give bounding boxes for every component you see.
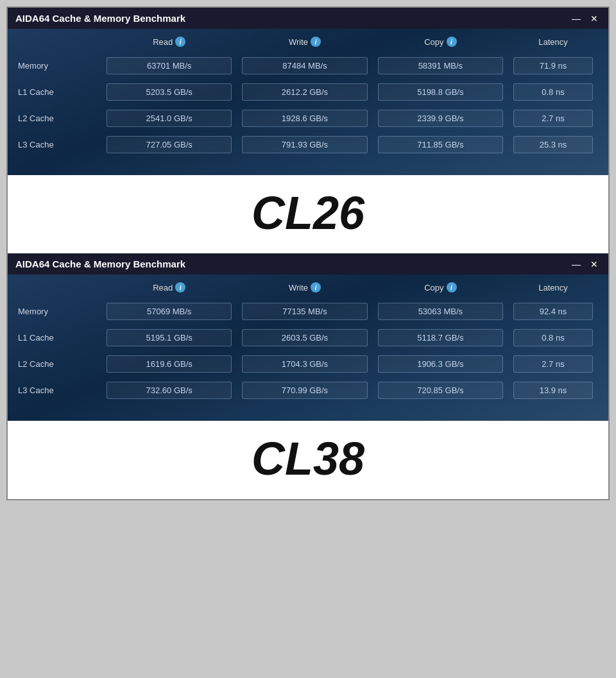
outer-wrapper: AIDA64 Cache & Memory Benchmark — ✕ Read… (6, 6, 610, 500)
header-write-2: Write i (237, 282, 372, 292)
cl-label-section-1: CL26 (8, 175, 608, 253)
read-value-l3-2: 732.60 GB/s (107, 382, 232, 399)
row-label-l1-2: L1 Cache (18, 333, 101, 343)
copy-value-l1-2: 5118.7 GB/s (378, 329, 503, 346)
write-value-memory-2: 77135 MB/s (242, 303, 367, 320)
read-value-l3-1: 727.05 GB/s (107, 136, 232, 153)
copy-value-memory-1: 58391 MB/s (378, 57, 503, 74)
aida-window-2: AIDA64 Cache & Memory Benchmark — ✕ Read… (8, 253, 608, 421)
latency-value-memory-2: 92.4 ns (513, 303, 593, 320)
row-label-l2-2: L2 Cache (18, 359, 101, 369)
title-bar-2: AIDA64 Cache & Memory Benchmark — ✕ (8, 253, 608, 275)
write-value-l1-2: 2603.5 GB/s (242, 329, 367, 346)
latency-value-l2-2: 2.7 ns (513, 355, 593, 373)
close-button-2[interactable]: ✕ (588, 259, 601, 269)
copy-info-icon-2[interactable]: i (447, 282, 457, 292)
read-value-l1-2: 5195.1 GB/s (107, 329, 232, 346)
title-bar-controls-2: — ✕ (570, 259, 601, 269)
write-value-l2-2: 1704.3 GB/s (242, 355, 367, 373)
aida-window-1: AIDA64 Cache & Memory Benchmark — ✕ Read… (8, 8, 608, 175)
write-info-icon-1[interactable]: i (311, 37, 321, 47)
title-bar-controls-1: — ✕ (570, 13, 601, 24)
latency-value-memory-1: 71.9 ns (513, 57, 593, 74)
write-info-icon-2[interactable]: i (311, 282, 321, 292)
copy-value-l3-2: 720.85 GB/s (378, 382, 503, 399)
header-empty-2 (18, 282, 101, 292)
read-value-l1-1: 5203.5 GB/s (107, 83, 232, 101)
copy-label-2: Copy (424, 283, 443, 292)
row-memory-2: Memory 57069 MB/s 77135 MB/s 53063 MB/s … (18, 303, 598, 320)
minimize-button-2[interactable]: — (570, 259, 583, 269)
read-value-memory-1: 63701 MB/s (107, 57, 232, 74)
row-label-memory-2: Memory (18, 307, 101, 316)
read-value-l2-2: 1619.6 GB/s (107, 355, 232, 373)
header-empty-1 (18, 37, 101, 47)
cl26-label: CL26 (252, 187, 364, 239)
write-value-l1-1: 2612.2 GB/s (242, 83, 367, 101)
latency-label-1: Latency (538, 37, 568, 47)
header-latency-1: Latency (508, 37, 598, 47)
row-l2-1: L2 Cache 2541.0 GB/s 1928.6 GB/s 2339.9 … (18, 110, 598, 127)
read-info-icon-2[interactable]: i (175, 282, 185, 292)
header-copy-2: Copy i (373, 282, 508, 292)
header-copy-1: Copy i (373, 37, 508, 47)
write-label-2: Write (289, 283, 308, 292)
latency-value-l3-1: 25.3 ns (513, 136, 593, 153)
cl38-label: CL38 (252, 433, 364, 484)
write-value-l2-1: 1928.6 GB/s (242, 110, 367, 127)
read-label-2: Read (153, 283, 173, 292)
latency-value-l3-2: 13.9 ns (513, 382, 593, 399)
row-label-l1-1: L1 Cache (18, 87, 101, 97)
header-write-1: Write i (237, 37, 372, 47)
write-label-1: Write (289, 37, 308, 47)
latency-value-l2-1: 2.7 ns (513, 110, 593, 127)
row-l1-1: L1 Cache 5203.5 GB/s 2612.2 GB/s 5198.8 … (18, 83, 598, 101)
minimize-button-1[interactable]: — (570, 13, 583, 24)
bench-header-1: Read i Write i Copy i Latency (18, 37, 598, 51)
benchmark-body-2: Read i Write i Copy i Latency Memory 57 (8, 275, 608, 421)
row-label-l3-1: L3 Cache (18, 140, 101, 149)
title-bar-1: AIDA64 Cache & Memory Benchmark — ✕ (8, 8, 608, 29)
row-l3-2: L3 Cache 732.60 GB/s 770.99 GB/s 720.85 … (18, 382, 598, 399)
read-info-icon-1[interactable]: i (175, 37, 185, 47)
copy-value-memory-2: 53063 MB/s (378, 303, 503, 320)
cl-label-section-2: CL38 (8, 421, 608, 499)
latency-label-2: Latency (538, 283, 568, 292)
header-latency-2: Latency (508, 282, 598, 292)
row-label-l3-2: L3 Cache (18, 386, 101, 395)
close-button-1[interactable]: ✕ (588, 13, 601, 24)
row-label-memory-1: Memory (18, 61, 101, 71)
header-read-1: Read i (101, 37, 237, 47)
window-title-2: AIDA64 Cache & Memory Benchmark (15, 258, 185, 269)
copy-value-l3-1: 711.85 GB/s (378, 136, 503, 153)
copy-value-l1-1: 5198.8 GB/s (378, 83, 503, 101)
write-value-l3-2: 770.99 GB/s (242, 382, 367, 399)
latency-value-l1-1: 0.8 ns (513, 83, 593, 101)
copy-info-icon-1[interactable]: i (447, 37, 457, 47)
row-l2-2: L2 Cache 1619.6 GB/s 1704.3 GB/s 1906.3 … (18, 355, 598, 373)
copy-label-1: Copy (424, 37, 443, 47)
benchmark-body-1: Read i Write i Copy i Latency Memory 63 (8, 29, 608, 175)
write-value-l3-1: 791.93 GB/s (242, 136, 367, 153)
read-value-l2-1: 2541.0 GB/s (107, 110, 232, 127)
row-l1-2: L1 Cache 5195.1 GB/s 2603.5 GB/s 5118.7 … (18, 329, 598, 346)
read-label-1: Read (153, 37, 173, 47)
read-value-memory-2: 57069 MB/s (107, 303, 232, 320)
write-value-memory-1: 87484 MB/s (242, 57, 367, 74)
row-label-l2-1: L2 Cache (18, 114, 101, 123)
latency-value-l1-2: 0.8 ns (513, 329, 593, 346)
row-l3-1: L3 Cache 727.05 GB/s 791.93 GB/s 711.85 … (18, 136, 598, 153)
header-read-2: Read i (101, 282, 237, 292)
row-memory-1: Memory 63701 MB/s 87484 MB/s 58391 MB/s … (18, 57, 598, 74)
window-title-1: AIDA64 Cache & Memory Benchmark (15, 13, 185, 24)
copy-value-l2-2: 1906.3 GB/s (378, 355, 503, 373)
copy-value-l2-1: 2339.9 GB/s (378, 110, 503, 127)
bench-header-2: Read i Write i Copy i Latency (18, 282, 598, 296)
